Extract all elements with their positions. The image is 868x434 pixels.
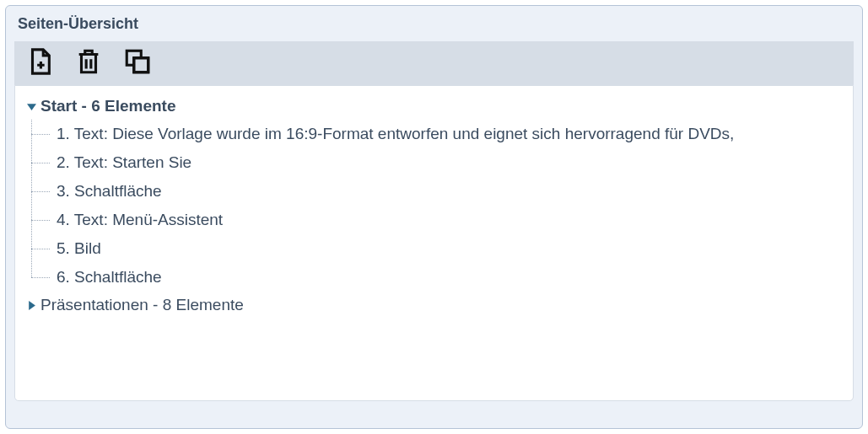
tree-item[interactable]: 6. Schaltfläche — [31, 263, 849, 292]
tree-children-start: 1. Text: Diese Vorlage wurde im 16:9-For… — [31, 120, 849, 292]
tree-node-presentations[interactable]: Präsentationen - 8 Elemente — [19, 292, 849, 319]
tree-item-label: 2. Text: Starten Sie — [57, 153, 191, 171]
tree-item-label: 4. Text: Menü-Assistent — [57, 211, 223, 228]
page-overview-panel: Seiten-Übersicht — [5, 5, 863, 429]
tree-item-label: 3. Schaltfläche — [57, 182, 162, 200]
add-page-button[interactable] — [24, 48, 55, 78]
tree-node-label: Start - 6 Elemente — [40, 97, 176, 115]
trash-icon — [74, 47, 103, 79]
tree-item[interactable]: 4. Text: Menü-Assistent — [31, 206, 849, 234]
tree-node-start[interactable]: Start - 6 Elemente — [19, 93, 849, 120]
tree-item[interactable]: 5. Bild — [31, 234, 849, 263]
tree-item[interactable]: 2. Text: Starten Sie — [31, 148, 849, 177]
panel-title: Seiten-Übersicht — [6, 6, 862, 41]
svg-rect-5 — [134, 58, 148, 72]
chevron-right-icon[interactable] — [25, 299, 37, 311]
tree-node-label: Präsentationen - 8 Elemente — [40, 296, 244, 314]
tree-item[interactable]: 3. Schaltfläche — [31, 177, 849, 206]
chevron-down-icon[interactable] — [25, 100, 37, 112]
copy-button[interactable] — [122, 48, 153, 78]
file-plus-icon — [25, 47, 54, 79]
toolbar — [14, 41, 854, 85]
tree-item[interactable]: 1. Text: Diese Vorlage wurde im 16:9-For… — [31, 120, 849, 148]
copy-icon — [123, 47, 152, 79]
tree-item-label: 6. Schaltfläche — [57, 268, 162, 286]
svg-marker-8 — [29, 301, 35, 310]
svg-marker-7 — [27, 104, 36, 110]
tree-item-label: 5. Bild — [57, 239, 101, 257]
delete-button[interactable] — [73, 48, 104, 78]
page-tree: Start - 6 Elemente 1. Text: Diese Vorlag… — [14, 85, 854, 401]
tree-item-label: 1. Text: Diese Vorlage wurde im 16:9-For… — [57, 125, 734, 142]
